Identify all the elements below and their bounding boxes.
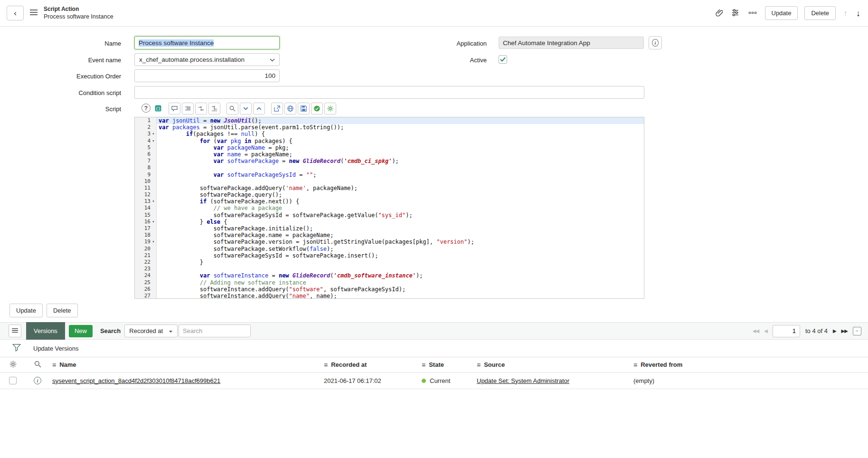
code-line[interactable]: 1var jsonUtil = new JsonUtil(); <box>135 117 644 124</box>
update-button[interactable]: Update <box>765 6 798 20</box>
next-record-button[interactable] <box>855 9 861 18</box>
code-line[interactable]: 23 <box>135 266 644 272</box>
tab-versions[interactable]: Versions <box>26 322 65 340</box>
code-line[interactable]: 3▾ if(packages !== null) { <box>135 131 644 137</box>
list-personalize-button[interactable] <box>8 359 18 371</box>
format-code-icon[interactable] <box>182 103 194 114</box>
code-line[interactable]: 20 softwarePackage.setWorkflow(false); <box>135 246 644 252</box>
comment-toggle-icon[interactable] <box>169 103 180 114</box>
code-line[interactable]: 14 // we have a package <box>135 205 644 211</box>
code-fold-icon[interactable]: ▾ <box>151 239 156 245</box>
column-menu-icon[interactable]: ≡ <box>324 361 328 369</box>
breadcrumb[interactable]: Update Versions <box>33 345 78 352</box>
more-options-icon <box>748 10 757 17</box>
column-header-reverted-from[interactable]: ≡Reverted from <box>631 361 868 369</box>
code-line[interactable]: 13▾ if (softwarePackage.next()) { <box>135 198 644 205</box>
code-line[interactable]: 15 softwarePackageSysId = softwarePackag… <box>135 212 644 219</box>
find-previous-icon[interactable] <box>253 103 265 114</box>
code-line[interactable]: 5 var packageName = pkg; <box>135 144 644 151</box>
search-column-select[interactable]: Recorded at <box>124 324 178 337</box>
first-page-button[interactable] <box>753 328 759 334</box>
event-name-select[interactable]: x_chef_automate.process.installation <box>134 53 280 66</box>
code-line[interactable]: 16▾ } else { <box>135 219 644 225</box>
execution-order-input[interactable] <box>134 69 280 82</box>
web-globe-icon[interactable] <box>284 103 296 114</box>
column-header-recorded-at[interactable]: ≡Recorded at <box>321 361 419 369</box>
list-header-bar: Versions New Search Recorded at to 4 of … <box>0 322 868 340</box>
editor-preferences-icon[interactable] <box>324 103 336 114</box>
delete-button-bottom[interactable]: Delete <box>47 304 78 317</box>
syntax-check-icon[interactable] <box>311 103 323 114</box>
record-form: Name Process software Instance Applicati… <box>0 27 868 322</box>
collapse-list-button[interactable] <box>853 327 861 335</box>
code-fold-icon[interactable]: ▾ <box>151 198 156 205</box>
info-icon <box>652 39 659 47</box>
column-header-name[interactable]: ≡Name <box>49 361 321 369</box>
code-line[interactable]: 12 softwarePackage.query(); <box>135 191 644 198</box>
active-checkbox[interactable] <box>499 55 507 64</box>
row-checkbox[interactable] <box>9 377 17 384</box>
update-button-bottom[interactable]: Update <box>9 304 43 317</box>
script-label: Script <box>0 105 121 113</box>
code-line[interactable]: 22 } <box>135 259 644 266</box>
find-next-icon[interactable] <box>240 103 252 114</box>
replace-icon[interactable] <box>195 103 207 114</box>
code-fold-icon[interactable]: ▾ <box>151 138 156 144</box>
column-header-state[interactable]: ≡State <box>419 361 474 369</box>
code-line[interactable]: 6 var name = packageName; <box>135 151 644 158</box>
code-fold-icon[interactable]: ▾ <box>151 219 156 225</box>
column-menu-icon[interactable]: ≡ <box>422 361 425 369</box>
code-line[interactable]: 27 softwareInstance.addQuery("name", nam… <box>135 293 644 299</box>
filter-icon[interactable] <box>12 344 21 353</box>
condition-script-input[interactable] <box>134 86 644 99</box>
open-in-window-icon[interactable] <box>271 103 283 114</box>
code-line[interactable]: 11 softwarePackage.addQuery('name', pack… <box>135 185 644 191</box>
code-line[interactable]: 21 softwarePackageSysId = softwarePackag… <box>135 252 644 259</box>
code-line[interactable]: 25 // Adding new software instance <box>135 279 644 286</box>
code-line[interactable]: 19▾ softwarePackage.version = jsonUtil.g… <box>135 239 644 245</box>
more-options-button[interactable] <box>747 9 758 18</box>
previous-record-button[interactable] <box>842 9 849 18</box>
list-context-menu-button[interactable] <box>9 324 21 337</box>
recorded-at-value: 2021-06-17 06:17:02 <box>324 377 381 384</box>
code-line[interactable]: 2var packages = jsonUtil.parse(event.par… <box>135 124 644 131</box>
column-menu-icon[interactable]: ≡ <box>633 361 637 369</box>
code-line[interactable]: 7 var softwarePackage = new GlideRecord(… <box>135 158 644 164</box>
code-line[interactable]: 18 softwarePackage.name = packageName; <box>135 232 644 239</box>
code-line[interactable]: 4▾ for (var pkg in packages) { <box>135 138 644 144</box>
application-info-button[interactable] <box>649 36 662 49</box>
save-icon[interactable] <box>298 103 310 114</box>
execution-order-label: Execution Order <box>0 73 121 80</box>
back-button[interactable] <box>7 6 24 20</box>
column-header-source[interactable]: ≡Source <box>474 361 631 369</box>
next-page-button[interactable] <box>833 328 836 334</box>
script-help-icon[interactable] <box>142 104 151 113</box>
code-line[interactable]: 17 softwarePackage.initialize(); <box>135 225 644 232</box>
list-search-input[interactable] <box>179 324 251 337</box>
delete-button[interactable]: Delete <box>804 6 836 20</box>
code-fold-icon[interactable]: ▾ <box>151 131 156 137</box>
personalize-form-button[interactable] <box>730 8 740 19</box>
code-line[interactable]: 9 var softwarePackageSysId = ""; <box>135 172 644 178</box>
code-line[interactable]: 26 softwareInstance.addQuery("software",… <box>135 286 644 293</box>
previous-page-button[interactable] <box>764 328 767 334</box>
last-page-button[interactable] <box>841 328 848 334</box>
code-line[interactable]: 24 var softwareInstance = new GlideRecor… <box>135 272 644 279</box>
attachments-button[interactable] <box>714 8 724 19</box>
context-menu-button[interactable] <box>28 8 39 18</box>
name-input[interactable]: Process software Instance <box>134 36 280 49</box>
search-icon[interactable] <box>226 103 238 114</box>
script-editor[interactable]: 1var jsonUtil = new JsonUtil();2var pack… <box>134 117 644 299</box>
record-link[interactable]: sysevent_script_action_8acd4f2d2f303010f… <box>52 377 220 384</box>
replace-all-icon[interactable] <box>208 103 220 114</box>
script-assist-icon[interactable]: {} <box>154 104 162 113</box>
row-preview-button[interactable] <box>33 376 42 385</box>
page-number-input[interactable] <box>773 325 800 337</box>
code-line[interactable]: 8 <box>135 164 644 171</box>
new-button[interactable]: New <box>69 325 93 337</box>
column-menu-icon[interactable]: ≡ <box>52 361 56 369</box>
code-line[interactable]: 10 <box>135 178 644 185</box>
source-link[interactable]: Update Set: System Administrator <box>477 377 569 384</box>
column-menu-icon[interactable]: ≡ <box>477 361 481 369</box>
list-search-button[interactable] <box>33 359 43 371</box>
